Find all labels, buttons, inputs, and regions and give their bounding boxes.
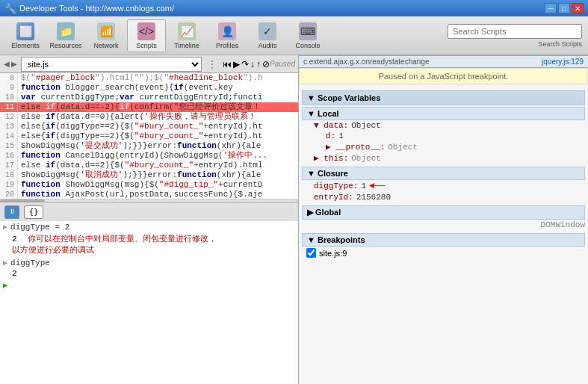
resources-tab[interactable]: 📁 Resources	[46, 19, 85, 52]
prompt-arrow: ▶	[3, 281, 7, 290]
toolbar: ⬜ Elements 📁 Resources 📶 Network </> Scr…	[0, 16, 588, 55]
tab-prev[interactable]: ◀	[3, 57, 10, 72]
left-panel: ◀ ▶ site.js ⋮ ⏮ ▶ ↷ ↓ ↑ ⊘ Paused 8 $("#p…	[0, 55, 299, 384]
debug-step-into[interactable]: ↓	[250, 59, 255, 69]
code-line-18: 18 ShowDiggMsg('取消成功');}}}error:function…	[0, 170, 298, 180]
right-scope-content: ▼ Scope Variables ▼ Local ▼ data: Object…	[299, 87, 588, 384]
breakpoints-header[interactable]: ▼ Breakpoints	[302, 233, 585, 247]
audits-tab[interactable]: ✓ Audits	[248, 19, 287, 52]
data-obj-val: Object	[351, 121, 381, 130]
scope-diggtype: diggType: 1 ◄——	[314, 180, 585, 192]
search-area: Search Scripts	[448, 24, 582, 48]
call-stack-function: c.extend.ajax.g.x.onreadystatechange	[303, 58, 429, 66]
console-section: ▶ diggType = 2 2 你可以在控制台中对局部变量、闭包变量进行修改，…	[0, 221, 298, 384]
paused-label: Paused	[270, 60, 295, 68]
audits-label: Audits	[258, 42, 276, 49]
title-bar: 🔧 Developer Tools - http://www.cnblogs.c…	[0, 0, 588, 16]
right-panel: c.extend.ajax.g.x.onreadystatechange jqu…	[299, 55, 588, 384]
elements-tab[interactable]: ⬜ Elements	[6, 19, 45, 52]
console-tab[interactable]: ⌨ Console	[288, 19, 327, 52]
entry-1-annotation: 你可以在控制台中对局部变量、闭包变量进行修改，以方便进行必要的调试	[12, 234, 217, 254]
debug-step-back[interactable]: ⏮	[223, 59, 232, 69]
timeline-tab[interactable]: 📈 Timeline	[167, 19, 206, 52]
braces-button[interactable]: {}	[24, 205, 43, 219]
maximize-button[interactable]: □	[558, 3, 570, 13]
elements-label: Elements	[11, 42, 40, 49]
audits-icon: ✓	[259, 22, 276, 40]
entry-1-result: 2	[12, 235, 17, 244]
entry-1-value: 2 你可以在控制台中对局部变量、闭包变量进行修改，以方便进行必要的调试	[3, 233, 295, 256]
profiles-icon: 👤	[218, 22, 236, 40]
resources-icon: 📁	[57, 22, 75, 40]
timeline-label: Timeline	[174, 42, 199, 49]
debug-step-out[interactable]: ↑	[256, 59, 261, 69]
scope-local-body: ▼ data: Object d: 1 ▶ __proto__: Object …	[302, 120, 585, 164]
entry-2-value: 2	[3, 269, 295, 278]
bottom-controls: ⏸ {}	[0, 202, 298, 221]
code-line-10: 10 var currentDiggType;var currentDiggEn…	[0, 93, 298, 102]
breakpoint-1-checkbox[interactable]	[306, 248, 316, 258]
tab-next[interactable]: ▶	[10, 57, 18, 72]
main-content: ◀ ▶ site.js ⋮ ⏮ ▶ ↷ ↓ ↑ ⊘ Paused 8 $("#p…	[0, 55, 588, 384]
search-label: Search Scripts	[538, 40, 582, 48]
scripts-label: Scripts	[136, 42, 157, 49]
code-line-13: 13 else{if(diggType==2){$("#bury_count_"…	[0, 122, 298, 131]
timeline-icon: 📈	[178, 22, 196, 40]
call-stack-bar: c.extend.ajax.g.x.onreadystatechange jqu…	[299, 55, 588, 68]
console-entry-1: ▶ diggType = 2	[3, 223, 295, 232]
resources-label: Resources	[49, 42, 81, 49]
scope-variables-header[interactable]: ▼ Scope Variables	[302, 90, 585, 105]
scope-local-header[interactable]: ▼ Local	[302, 107, 585, 120]
paused-banner: Paused on a JavaScript breakpoint.	[299, 68, 588, 84]
scope-global: ▶ Global DOMWindow	[302, 205, 585, 230]
scope-closure-header[interactable]: ▼ Closure	[302, 167, 585, 180]
window-title: Developer Tools - http://www.cnblogs.com…	[19, 4, 174, 13]
console-prompt: ▶	[3, 281, 295, 290]
breakpoint-1-label: site.js:9	[319, 249, 347, 258]
scope-closure-body: diggType: 1 ◄—— entryId: 2156280	[302, 180, 585, 202]
call-stack-file: jquery.js:129	[542, 58, 584, 66]
code-line-20: 20 function AjaxPost(url,postData,succes…	[0, 190, 298, 199]
code-line-8: 8 $("#pager_block").html("");$("#headlin…	[0, 73, 298, 83]
elements-icon: ⬜	[16, 22, 34, 40]
code-line-14: 14 else{if(diggType==2){$("#bury_count_"…	[0, 131, 298, 141]
code-tab-bar: ◀ ▶ site.js ⋮ ⏮ ▶ ↷ ↓ ↑ ⊘ Paused	[0, 55, 298, 73]
left-lower: ▶ diggType = 2 2 你可以在控制台中对局部变量、闭包变量进行修改，…	[0, 221, 298, 384]
file-selector[interactable]: site.js	[21, 57, 202, 72]
console-icon: ⌨	[299, 22, 317, 40]
debug-play[interactable]: ▶	[233, 59, 240, 69]
title-controls: ─ □ ✕	[545, 3, 584, 13]
close-button[interactable]: ✕	[572, 3, 584, 13]
console-entry-2: ▶ diggType	[3, 258, 295, 267]
code-line-9: 9 function blogger_search(event){if(even…	[0, 83, 298, 93]
entry-2-arrow: ▶	[3, 258, 7, 267]
debug-deactivate[interactable]: ⊘	[262, 59, 270, 69]
profiles-tab[interactable]: 👤 Profiles	[208, 19, 247, 52]
breakpoints-section: ▼ Breakpoints site.js:9	[302, 233, 585, 259]
code-area: 8 $("#pager_block").html("");$("#headlin…	[0, 73, 298, 199]
entry-1-text: diggType = 2	[10, 223, 69, 232]
console-label: Console	[295, 42, 320, 49]
scripts-icon: </>	[137, 22, 155, 40]
entry-1-arrow: ▶	[3, 223, 7, 232]
scope-closure: ▼ Closure diggType: 1 ◄—— entryId: 21562…	[302, 167, 585, 202]
profiles-label: Profiles	[216, 42, 238, 49]
network-icon: 📶	[97, 22, 115, 40]
code-line-15: 15 ShowDiggMsg('提交成功');}}}error:function…	[0, 141, 298, 151]
scope-global-body: DOMWindow	[302, 220, 585, 230]
code-line-17: 17 else if(data.d==2){$("#bury_count_"+e…	[0, 161, 298, 170]
network-label: Network	[93, 42, 118, 49]
scripts-tab[interactable]: </> Scripts	[127, 19, 166, 52]
tab-dots[interactable]: ⋮	[208, 59, 217, 69]
title-icon: 🔧	[4, 3, 16, 14]
search-input[interactable]	[448, 24, 582, 39]
network-tab[interactable]: 📶 Network	[87, 19, 126, 52]
code-line-12: 12 else if(data.d==0){alert('操作失败，请与管理员联…	[0, 112, 298, 122]
minimize-button[interactable]: ─	[545, 3, 557, 13]
scope-local: ▼ Local ▼ data: Object d: 1 ▶ __proto__:…	[302, 107, 585, 164]
scope-data-proto: ▶ __proto__: Object	[314, 141, 585, 152]
entry-2-text: diggType	[10, 258, 50, 267]
scope-global-header[interactable]: ▶ Global	[302, 205, 585, 220]
pause-button[interactable]: ⏸	[4, 205, 19, 219]
debug-step-over[interactable]: ↷	[241, 59, 249, 69]
